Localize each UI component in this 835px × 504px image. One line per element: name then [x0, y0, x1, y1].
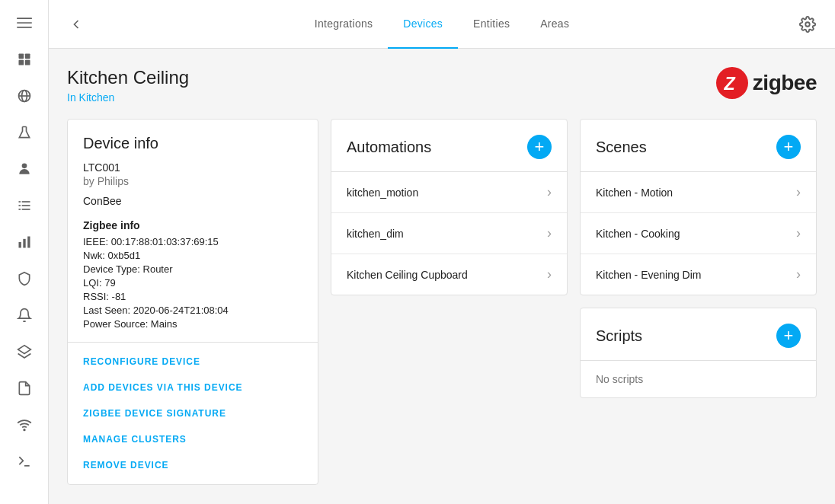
chevron-right-scene-1: › — [796, 225, 801, 241]
scene-label-0: Kitchen - Motion — [596, 187, 673, 199]
page-title-area: Kitchen Ceiling In Kitchen — [67, 67, 189, 104]
automations-title: Automations — [347, 139, 431, 156]
svg-point-10 — [21, 164, 27, 169]
nav-tabs: Integrations Devices Entities Areas — [91, 0, 792, 49]
device-info-title: Device info — [83, 135, 302, 152]
list-icon[interactable] — [8, 189, 41, 222]
svg-point-23 — [805, 22, 810, 27]
zigbee-signature-button[interactable]: ZIGBEE DEVICE SIGNATURE — [68, 400, 318, 426]
manage-clusters-button[interactable]: MANAGE CLUSTERS — [68, 426, 318, 452]
device-brand: by Philips — [83, 175, 302, 187]
add-scene-button[interactable]: + — [776, 135, 801, 159]
nwk-row: Nwk: 0xb5d1 — [83, 250, 302, 261]
content-area: Kitchen Ceiling In Kitchen Z zigbee Devi… — [49, 49, 835, 504]
ieee-row: IEEE: 00:17:88:01:03:37:69:15 — [83, 236, 302, 247]
layers-icon[interactable] — [8, 335, 41, 368]
right-column: Scenes + Kitchen - Motion › Kitchen - Co… — [580, 119, 817, 398]
menu-icon[interactable] — [8, 6, 41, 40]
scripts-header: Scripts + — [581, 308, 816, 361]
add-devices-button[interactable]: ADD DEVICES VIA THIS DEVICE — [68, 375, 318, 400]
device-info-card: Device info LTC001 by Philips ConBee Zig… — [67, 119, 318, 485]
scenes-header: Scenes + — [581, 120, 816, 172]
chevron-right-icon-1: › — [547, 225, 552, 241]
scene-item-1[interactable]: Kitchen - Cooking › — [581, 213, 816, 254]
svg-rect-6 — [24, 60, 30, 65]
device-conbee: ConBee — [83, 195, 302, 207]
back-button[interactable] — [61, 9, 91, 40]
svg-rect-14 — [21, 205, 30, 206]
scene-item-2[interactable]: Kitchen - Evening Dim › — [581, 254, 816, 295]
flask-icon[interactable] — [8, 116, 41, 149]
chevron-right-scene-0: › — [796, 184, 801, 200]
rssi-row: RSSI: -81 — [83, 291, 302, 302]
automation-item-0[interactable]: kitchen_motion › — [331, 172, 567, 213]
svg-rect-19 — [27, 237, 30, 248]
wifi-icon[interactable] — [8, 408, 41, 442]
automation-item-2[interactable]: Kitchen Ceiling Cupboard › — [331, 254, 567, 295]
automations-card: Automations + kitchen_motion › kitchen_d… — [331, 119, 568, 295]
no-scripts-label: No scripts — [581, 361, 816, 397]
chevron-right-icon-2: › — [547, 266, 552, 282]
chevron-right-icon-0: › — [547, 184, 552, 200]
shield-icon[interactable] — [8, 262, 41, 295]
terminal-icon[interactable] — [8, 445, 41, 478]
automation-label-1: kitchen_dim — [347, 228, 404, 240]
page-subtitle[interactable]: In Kitchen — [67, 91, 189, 104]
reconfigure-device-button[interactable]: RECONFIGURE DEVICE — [68, 349, 318, 375]
settings-button[interactable] — [792, 9, 823, 40]
zigbee-logo-text: zigbee — [753, 71, 817, 95]
scene-item-0[interactable]: Kitchen - Motion › — [581, 172, 816, 213]
tab-areas[interactable]: Areas — [525, 0, 584, 49]
sidebar — [0, 0, 49, 504]
page-title: Kitchen Ceiling — [67, 67, 189, 88]
chevron-right-scene-2: › — [796, 266, 801, 282]
dashboard-icon[interactable] — [8, 43, 41, 76]
svg-rect-4 — [24, 54, 30, 59]
svg-point-21 — [24, 429, 25, 431]
svg-rect-13 — [18, 205, 21, 206]
scripts-card: Scripts + No scripts — [580, 308, 817, 398]
device-info-body: Device info LTC001 by Philips ConBee Zig… — [68, 120, 318, 330]
topnav: Integrations Devices Entities Areas — [49, 0, 835, 49]
svg-rect-16 — [21, 209, 30, 210]
svg-rect-12 — [21, 201, 30, 203]
device-model: LTC001 — [83, 161, 302, 174]
last-seen-row: Last Seen: 2020-06-24T21:08:04 — [83, 305, 302, 316]
svg-rect-0 — [17, 18, 32, 19]
device-type-row: Device Type: Router — [83, 263, 302, 275]
alert-icon[interactable] — [8, 298, 41, 332]
add-automation-button[interactable]: + — [527, 135, 552, 159]
svg-text:Z: Z — [723, 74, 735, 94]
device-actions: RECONFIGURE DEVICE ADD DEVICES VIA THIS … — [68, 342, 318, 484]
automation-item-1[interactable]: kitchen_dim › — [331, 213, 567, 254]
automations-header: Automations + — [331, 120, 567, 172]
tab-integrations[interactable]: Integrations — [299, 0, 389, 49]
svg-rect-5 — [18, 60, 24, 65]
cards-grid: Device info LTC001 by Philips ConBee Zig… — [67, 119, 817, 485]
zigbee-logo: Z zigbee — [716, 67, 817, 99]
power-source-row: Power Source: Mains — [83, 318, 302, 330]
tab-devices[interactable]: Devices — [388, 0, 458, 49]
svg-rect-2 — [17, 27, 32, 28]
scene-label-1: Kitchen - Cooking — [596, 228, 680, 240]
tab-entities[interactable]: Entities — [458, 0, 525, 49]
scenes-title: Scenes — [596, 139, 647, 156]
scenes-card: Scenes + Kitchen - Motion › Kitchen - Co… — [580, 119, 817, 295]
svg-rect-11 — [18, 201, 21, 203]
page-header: Kitchen Ceiling In Kitchen Z zigbee — [67, 67, 817, 104]
zigbee-info-title: Zigbee info — [83, 219, 302, 231]
chart-icon[interactable] — [8, 225, 41, 259]
automation-label-2: Kitchen Ceiling Cupboard — [347, 269, 468, 281]
svg-marker-20 — [18, 346, 30, 354]
file-icon[interactable] — [8, 372, 41, 405]
scripts-title: Scripts — [596, 327, 642, 345]
svg-rect-15 — [18, 209, 21, 210]
person-icon[interactable] — [8, 152, 41, 186]
globe-icon[interactable] — [8, 79, 41, 113]
add-script-button[interactable]: + — [776, 324, 801, 348]
main-area: Integrations Devices Entities Areas Kitc… — [49, 0, 835, 504]
svg-rect-18 — [23, 239, 25, 248]
automation-label-0: kitchen_motion — [347, 187, 418, 199]
remove-device-button[interactable]: REMOVE DEVICE — [68, 452, 318, 478]
scene-label-2: Kitchen - Evening Dim — [596, 269, 702, 281]
